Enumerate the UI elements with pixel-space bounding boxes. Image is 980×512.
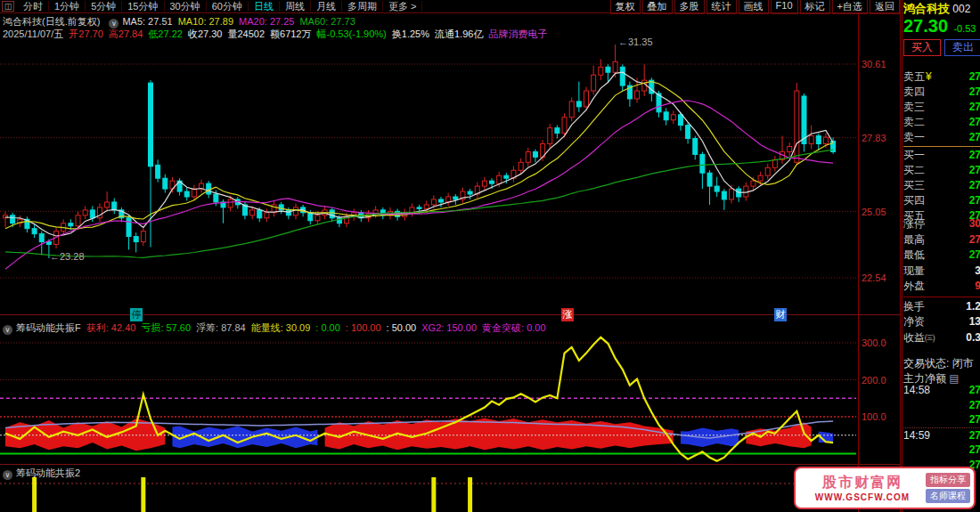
book-label: 买四 bbox=[903, 193, 925, 208]
indicator-field: 亏损: 57.60 bbox=[141, 322, 191, 333]
menu-item-更多 >[interactable]: 更多 > bbox=[383, 1, 422, 12]
menu-button-标记[interactable]: 标记 bbox=[800, 0, 830, 14]
tick-row: 27 bbox=[903, 443, 980, 458]
price-axis-label: 27.83 bbox=[862, 133, 886, 143]
indicator-field: 浮筹: 87.84 bbox=[196, 322, 246, 333]
book-label: 卖三 bbox=[903, 100, 925, 115]
book-label: 买一 bbox=[903, 148, 925, 163]
window-layout-icon[interactable]: ◫ bbox=[2, 1, 14, 12]
price-annotation: ←31.35 bbox=[618, 37, 653, 47]
quote-line-row: 2025/11/07/五开27.70高27.84低27.22收27.30量245… bbox=[3, 28, 552, 41]
indicator-axis-label: 100.0 bbox=[862, 411, 886, 422]
menu-button-多股[interactable]: 多股 bbox=[674, 0, 705, 14]
price-row: 27.30 -0.53 bbox=[903, 16, 976, 37]
quote-info: 涨停30最高27最低27现量3外盘9换手1.2净资13收益㈢0.3 bbox=[903, 216, 980, 345]
main-candle-chart[interactable] bbox=[0, 40, 900, 314]
collapse-chevron-icon[interactable]: ∨ bbox=[3, 325, 12, 335]
quote-field: 换1.25% bbox=[392, 28, 429, 39]
indicator-field: 获利: 42.40 bbox=[86, 322, 136, 333]
tick-row: 27 bbox=[903, 412, 980, 427]
book-row-卖三[interactable]: 卖三27 bbox=[903, 100, 980, 115]
app-window: ◫ 分时1分钟5分钟15分钟30分钟60分钟日线周线月线多周期更多 > 复权叠加… bbox=[0, 0, 980, 512]
book-label: 卖五 bbox=[903, 69, 925, 85]
ma-value: MA10: 27.89 bbox=[178, 16, 233, 27]
menu-item-60分钟[interactable]: 60分钟 bbox=[207, 1, 249, 12]
tool-menu: 复权叠加多股统计画线F10标记+自选返回 bbox=[608, 0, 900, 14]
book-row-卖五[interactable]: 卖五¥27 bbox=[903, 69, 980, 85]
watermark-title: 股市财富网 bbox=[799, 474, 926, 492]
book-row-买二[interactable]: 买二27 bbox=[903, 163, 980, 178]
book-row-卖一[interactable]: 卖一27 bbox=[903, 130, 980, 145]
menu-item-1分钟[interactable]: 1分钟 bbox=[49, 1, 86, 12]
menu-item-分时[interactable]: 分时 bbox=[18, 1, 49, 12]
watermark-badges: 指标分享 名师课程 bbox=[926, 471, 970, 505]
indicator-field: : 0.00 bbox=[315, 322, 340, 333]
menu-item-15分钟[interactable]: 15分钟 bbox=[122, 1, 164, 12]
book-price: 27 bbox=[969, 178, 980, 193]
quote-field: 开27.70 bbox=[69, 28, 103, 39]
info-label: 净资 bbox=[903, 314, 925, 330]
ma-value: MA20: 27.25 bbox=[239, 16, 294, 27]
book-row-买三[interactable]: 买三27 bbox=[903, 178, 980, 193]
quote-field: 2025/11/07/五 bbox=[3, 28, 63, 39]
last-price: 27.30 bbox=[903, 16, 948, 36]
info-value: 1.2 bbox=[966, 299, 980, 315]
indicator1-title: 筹码动能共振F bbox=[16, 322, 81, 333]
info-label: 换手 bbox=[903, 299, 925, 315]
book-divider bbox=[903, 146, 980, 147]
menu-button-F10[interactable]: F10 bbox=[771, 0, 798, 14]
menu-item-多周期[interactable]: 多周期 bbox=[342, 1, 383, 12]
menu-item-周线[interactable]: 周线 bbox=[280, 1, 311, 12]
event-badge-财: 财 bbox=[774, 308, 787, 321]
collapse-chevron-icon[interactable]: ∨ bbox=[3, 470, 12, 480]
top-menubar: ◫ 分时1分钟5分钟15分钟30分钟60分钟日线周线月线多周期更多 > 复权叠加… bbox=[0, 0, 900, 13]
info-row-现量: 现量3 bbox=[903, 264, 980, 280]
tick-price: 27 bbox=[969, 383, 980, 398]
menu-button-画线[interactable]: 画线 bbox=[739, 0, 769, 14]
quote-panel: 鸿合科技 002 27.30 -0.53 买入 卖出 卖五¥27卖四27卖三27… bbox=[902, 0, 980, 512]
book-row-卖二[interactable]: 卖二27 bbox=[903, 115, 980, 130]
info-row-净资: 净资13 bbox=[903, 314, 980, 330]
menu-item-30分钟[interactable]: 30分钟 bbox=[165, 1, 207, 12]
indicator2-chart[interactable] bbox=[0, 465, 900, 512]
info-value: 27 bbox=[969, 232, 980, 248]
trade-buttons: 买入 卖出 bbox=[903, 39, 980, 56]
book-price: 27 bbox=[969, 193, 980, 208]
menu-button-统计[interactable]: 统计 bbox=[706, 0, 737, 14]
menu-item-月线[interactable]: 月线 bbox=[311, 1, 342, 12]
quote-field: 额6712万 bbox=[270, 28, 311, 39]
info-value: 30 bbox=[969, 216, 980, 232]
quote-field: 高27.84 bbox=[109, 28, 143, 39]
book-row-卖四[interactable]: 卖四27 bbox=[903, 85, 980, 100]
book-label: 卖四 bbox=[903, 85, 925, 100]
event-badge-涨: 涨 bbox=[561, 308, 574, 321]
period-menu: 分时1分钟5分钟15分钟30分钟60分钟日线周线月线多周期更多 > bbox=[18, 0, 422, 13]
trade-status: 交易状态: 闭市 bbox=[903, 356, 974, 371]
info-row-最高: 最高27 bbox=[903, 232, 980, 248]
menu-button-复权[interactable]: 复权 bbox=[610, 0, 641, 14]
menu-item-日线[interactable]: 日线 bbox=[249, 1, 280, 12]
book-row-买一[interactable]: 买一27 bbox=[903, 148, 980, 163]
menu-button-+自选[interactable]: +自选 bbox=[832, 0, 868, 14]
book-price: 27 bbox=[969, 148, 980, 163]
book-price: 27 bbox=[969, 69, 980, 85]
buy-button[interactable]: 买入 bbox=[903, 39, 941, 56]
flag-icon: ¥ bbox=[926, 69, 932, 85]
indicator1-chart[interactable] bbox=[0, 321, 900, 465]
info-row-换手: 换手1.2 bbox=[903, 299, 980, 315]
menu-button-返回[interactable]: 返回 bbox=[870, 0, 900, 14]
sell-button[interactable]: 卖出 bbox=[944, 39, 980, 56]
info-label: 最高 bbox=[903, 232, 925, 248]
indicator-field: 黄金突破: 0.00 bbox=[482, 322, 546, 333]
menu-button-叠加[interactable]: 叠加 bbox=[642, 0, 673, 14]
indicator-axis-label: 300.0 bbox=[862, 337, 886, 348]
indicator1-values: 获利: 42.40亏损: 57.60浮筹: 87.84能量线: 30.09: 0… bbox=[86, 322, 551, 333]
info-label: 外盘 bbox=[903, 279, 925, 295]
menu-item-5分钟[interactable]: 5分钟 bbox=[86, 1, 122, 12]
info-value: 0.3 bbox=[966, 330, 980, 346]
quote-field: 低27.22 bbox=[148, 28, 183, 39]
tick-price: 27 bbox=[969, 428, 980, 443]
quote-field: 流通1.96亿 bbox=[435, 28, 483, 39]
chart-title: 鸿合科技(日线.前复权) bbox=[3, 16, 100, 27]
book-row-买四[interactable]: 买四27 bbox=[903, 193, 980, 208]
